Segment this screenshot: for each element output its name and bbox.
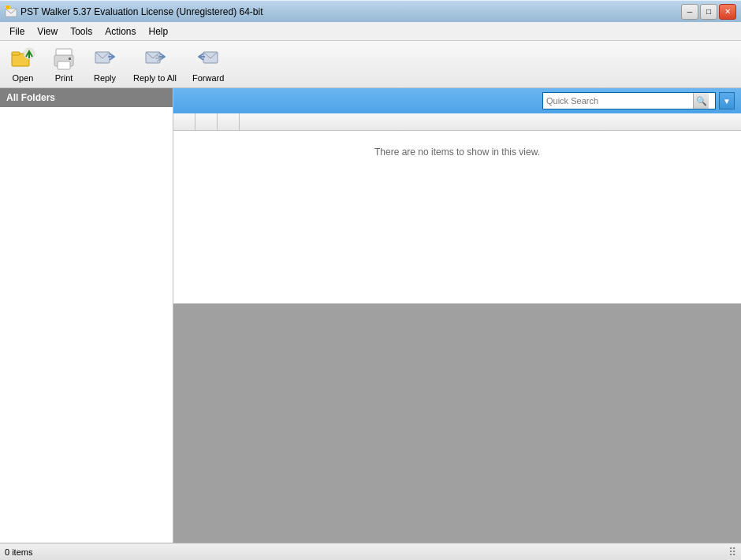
reply-button[interactable]: Reply (85, 44, 125, 85)
reply-all-label: Reply to All (133, 73, 177, 83)
print-label: Print (55, 73, 73, 83)
content-area: There are no items to show in this view. (173, 131, 741, 304)
folders-header: All Folders (0, 88, 173, 107)
svg-rect-4 (12, 52, 20, 55)
reply-all-icon (143, 46, 168, 71)
search-input[interactable] (543, 93, 693, 109)
app-icon (5, 6, 17, 18)
open-label: Open (13, 73, 34, 83)
search-input-wrapper: 🔍 (542, 92, 716, 109)
close-button[interactable]: ✕ (719, 4, 736, 20)
svg-rect-10 (69, 57, 71, 60)
open-icon (10, 46, 35, 71)
minimize-button[interactable]: ─ (681, 4, 698, 20)
open-button[interactable]: Open (3, 44, 43, 85)
status-items-count: 0 items (5, 547, 32, 557)
folders-content[interactable] (0, 107, 173, 543)
preview-pane (173, 304, 741, 543)
left-panel: All Folders (0, 88, 173, 543)
reply-icon (92, 46, 117, 71)
maximize-button[interactable]: □ (700, 4, 717, 20)
status-bar: 0 items ⠿ (0, 543, 741, 560)
reply-all-button[interactable]: Reply to All (126, 44, 184, 85)
menu-help[interactable]: Help (143, 24, 175, 39)
column-headers (173, 113, 741, 131)
menu-actions[interactable]: Actions (99, 24, 142, 39)
reply-label: Reply (94, 73, 116, 83)
empty-message: There are no items to show in this view. (374, 146, 540, 158)
folders-title: All Folders (6, 92, 55, 103)
toolbar: Open Print Reply (0, 41, 741, 88)
search-bar: 🔍 ▼ (173, 88, 741, 113)
menu-bar: File View Tools Actions Help (0, 22, 741, 41)
title-text: PST Walker 5.37 Evaluation License (Unre… (20, 6, 263, 17)
svg-rect-9 (58, 61, 70, 69)
title-bar: PST Walker 5.37 Evaluation License (Unre… (0, 0, 741, 22)
col-header-1 (173, 113, 195, 130)
forward-button[interactable]: Forward (185, 44, 231, 85)
search-dropdown-button[interactable]: ▼ (719, 92, 735, 109)
col-header-2 (195, 113, 218, 130)
menu-file[interactable]: File (3, 24, 31, 39)
print-button[interactable]: Print (44, 44, 84, 85)
title-bar-left: PST Walker 5.37 Evaluation License (Unre… (5, 6, 263, 18)
col-header-3 (218, 113, 240, 130)
search-icon-button[interactable]: 🔍 (693, 93, 709, 109)
forward-icon (195, 46, 221, 71)
title-buttons: ─ □ ✕ (681, 4, 736, 20)
resize-grip: ⠿ (728, 546, 736, 558)
menu-view[interactable]: View (31, 24, 64, 39)
svg-point-2 (6, 6, 9, 9)
right-panel: 🔍 ▼ There are no items to show in this v… (173, 88, 741, 543)
menu-tools[interactable]: Tools (64, 24, 99, 39)
print-icon (51, 46, 76, 71)
main-area: All Folders 🔍 ▼ There are no items to sh… (0, 88, 741, 543)
forward-label: Forward (192, 73, 224, 83)
